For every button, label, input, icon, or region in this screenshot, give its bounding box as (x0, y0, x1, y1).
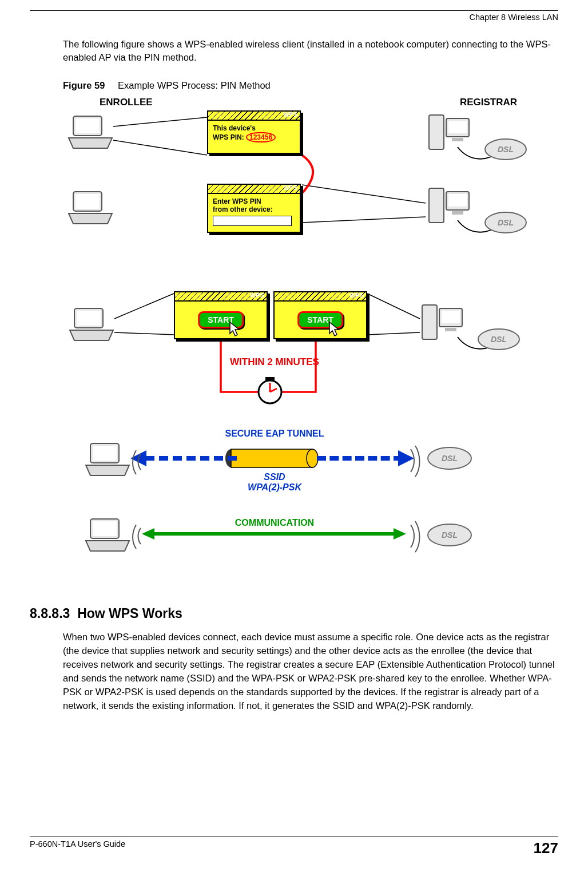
svg-text:DSL: DSL (442, 454, 458, 463)
svg-text:DSL: DSL (491, 335, 507, 344)
blue-dashed-arrow (317, 456, 403, 461)
registrar-devices: DSL (426, 184, 529, 233)
dsl-router-icon: DSL (426, 443, 477, 473)
pin-line2: WPS PIN: 123456 (213, 132, 295, 142)
svg-rect-31 (448, 194, 467, 207)
svg-point-9 (307, 449, 318, 467)
svg-text:DSL: DSL (442, 530, 458, 540)
wps-window-pin: WPS This device's WPS PIN: 123456 (207, 110, 301, 154)
svg-rect-38 (445, 328, 456, 331)
svg-rect-23 (429, 115, 444, 149)
cursor-icon (328, 321, 341, 337)
wps-titlebar: WPS (275, 292, 366, 302)
svg-rect-32 (452, 211, 463, 215)
registrar-devices: DSL (426, 110, 529, 160)
wps-tag: WPS (349, 292, 364, 299)
wps-titlebar: WPS (208, 112, 300, 121)
chapter-header: Chapter 8 Wireless LAN (469, 13, 558, 22)
within-2-minutes-label: WITHIN 2 MINUTES (217, 356, 332, 368)
registrar-devices: DSL (419, 300, 522, 350)
svg-rect-22 (93, 521, 117, 536)
svg-line-4 (270, 389, 277, 392)
enter-line1: Enter WPS PIN (213, 197, 295, 205)
wps-window-start-enrollee: WPS START (174, 291, 268, 339)
svg-marker-12 (394, 528, 406, 540)
svg-rect-37 (442, 311, 460, 323)
laptop-icon (66, 115, 114, 150)
wps-tag: WPS (283, 111, 297, 118)
section-heading: 8.8.8.3 How WPS Works (30, 606, 558, 621)
page-footer: P-660N-T1A User's Guide 127 (30, 837, 558, 857)
communication-label: COMMUNICATION (189, 518, 360, 528)
secure-eap-tunnel-label: SECURE EAP TUNNEL (189, 429, 360, 439)
enrollee-label: ENROLLEE (100, 97, 153, 108)
dsl-router-icon: DSL (426, 520, 477, 550)
wps-titlebar: WPS (175, 292, 267, 302)
cursor-icon (229, 321, 241, 337)
svg-rect-25 (448, 121, 467, 133)
svg-rect-29 (429, 188, 444, 223)
figure-title: Example WPS Process: PIN Method (118, 80, 271, 90)
header-rule (30, 10, 558, 11)
blue-dashed-arrow (145, 456, 237, 461)
svg-marker-11 (142, 528, 154, 540)
pin-prefix: WPS PIN: (213, 133, 246, 141)
svg-point-1 (259, 380, 281, 403)
svg-rect-16 (76, 194, 100, 209)
wps-titlebar: WPS (208, 185, 300, 194)
wps-window-enter-pin: WPS Enter WPS PIN from other device: (207, 184, 301, 233)
pin-input-field[interactable] (213, 216, 292, 226)
wps-tag: WPS (283, 184, 297, 191)
laptop-icon (84, 518, 132, 553)
page-content: The following figure shows a WPS-enabled… (30, 6, 558, 713)
pin-line1: This device's (213, 124, 295, 132)
svg-text:DSL: DSL (498, 145, 514, 154)
section-title: How WPS Works (77, 606, 182, 621)
svg-rect-35 (422, 305, 437, 339)
figure-wps-pin-method: ENROLLEE REGISTRAR (59, 94, 529, 592)
figure-caption: Figure 59 Example WPS Process: PIN Metho… (63, 80, 558, 91)
wps-tag: WPS (250, 292, 264, 299)
laptop-icon (84, 442, 132, 478)
svg-rect-20 (93, 446, 117, 461)
svg-text:DSL: DSL (498, 218, 514, 227)
footer-guide-name: P-660N-T1A User's Guide (30, 839, 125, 857)
svg-rect-14 (76, 118, 100, 133)
laptop-icon (67, 307, 116, 343)
registrar-label: REGISTRAR (460, 97, 517, 108)
section-paragraph: When two WPS-enabled devices connect, ea… (63, 631, 558, 713)
figure-number: Figure 59 (63, 80, 105, 90)
svg-rect-8 (231, 449, 312, 467)
section-number: 8.8.8.3 (30, 606, 70, 621)
intro-paragraph: The following figure shows a WPS-enabled… (63, 38, 557, 64)
ssid-label: SSID (189, 472, 360, 482)
svg-marker-5 (130, 450, 146, 466)
enter-line2: from other device: (213, 205, 295, 213)
laptop-icon (66, 191, 114, 226)
wps-window-start-registrar: WPS START (273, 291, 367, 339)
svg-rect-2 (265, 377, 275, 380)
pin-value: 123456 (246, 132, 276, 142)
wpa-label: WPA(2)-PSK (189, 482, 360, 493)
footer-page-number: 127 (534, 839, 558, 857)
svg-rect-18 (77, 311, 101, 326)
svg-rect-26 (452, 138, 463, 141)
